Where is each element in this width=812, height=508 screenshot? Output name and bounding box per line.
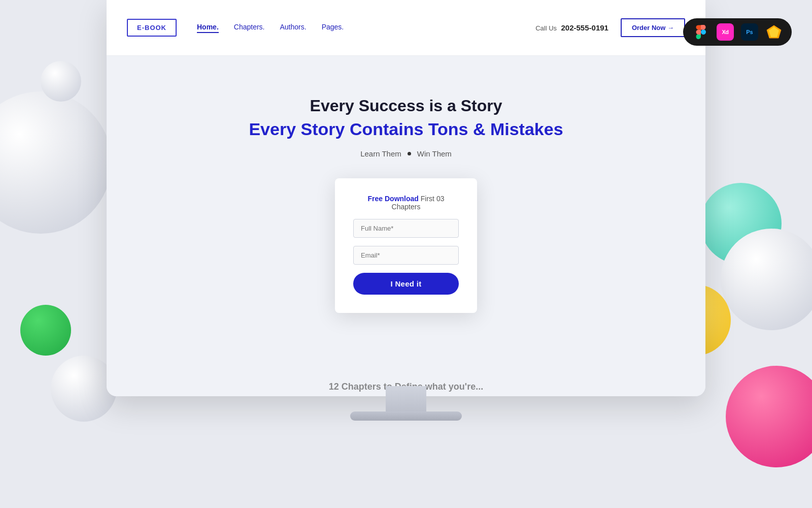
phone-number: 202-555-0191 [561, 23, 608, 32]
monitor-screen: E-BOOK Home. Chapters. Authors. Pages. C… [107, 0, 705, 396]
nav-chapters[interactable]: Chapters. [234, 23, 265, 33]
nav-pages[interactable]: Pages. [322, 23, 344, 33]
decoration-ball-white-small [41, 61, 81, 102]
order-now-button[interactable]: Order Now → [621, 18, 685, 37]
navbar: E-BOOK Home. Chapters. Authors. Pages. C… [107, 0, 705, 56]
full-name-input[interactable] [353, 219, 459, 238]
photoshop-icon[interactable]: Ps [741, 23, 758, 41]
card-title: Free Download First 03 Chapters [353, 195, 459, 211]
call-info: Call Us 202-555-0191 [535, 23, 608, 33]
download-card: Free Download First 03 Chapters I Need i… [335, 178, 477, 313]
i-need-it-button[interactable]: I Need it [353, 273, 459, 295]
adobe-xd-icon[interactable]: Xd [717, 23, 734, 41]
nav-authors[interactable]: Authors. [280, 23, 307, 33]
hero-subtitle: Learn Them Win Them [360, 149, 452, 158]
subtitle-left: Learn Them [360, 149, 401, 158]
decoration-ball-white-large [0, 91, 112, 234]
decoration-ball-green [20, 305, 71, 356]
hero-title-line2: Every Story Contains Tons & Mistakes [249, 119, 563, 139]
hero-title-line1: Every Success is a Story [310, 97, 502, 115]
logo-button[interactable]: E-BOOK [127, 19, 177, 37]
decoration-ball-white-right [721, 229, 812, 330]
decoration-ball-teal [700, 183, 782, 264]
nav-home[interactable]: Home. [197, 23, 219, 33]
card-title-accent: Free Download [368, 195, 419, 203]
email-input[interactable] [353, 246, 459, 265]
sketch-icon[interactable] [765, 23, 783, 41]
call-us-label: Call Us [535, 24, 557, 32]
monitor-base [350, 411, 462, 421]
subtitle-bullet [408, 152, 411, 155]
nav-right: Call Us 202-555-0191 Order Now → [535, 18, 685, 37]
decoration-ball-pink [726, 366, 812, 467]
monitor-wrapper: E-BOOK Home. Chapters. Authors. Pages. C… [107, 0, 705, 508]
hero-section: Every Success is a Story Every Story Con… [107, 56, 705, 313]
design-toolbar: Xd Ps [683, 18, 792, 46]
subtitle-right: Win Them [417, 149, 452, 158]
nav-links: Home. Chapters. Authors. Pages. [197, 23, 535, 33]
figma-icon[interactable] [692, 23, 709, 41]
